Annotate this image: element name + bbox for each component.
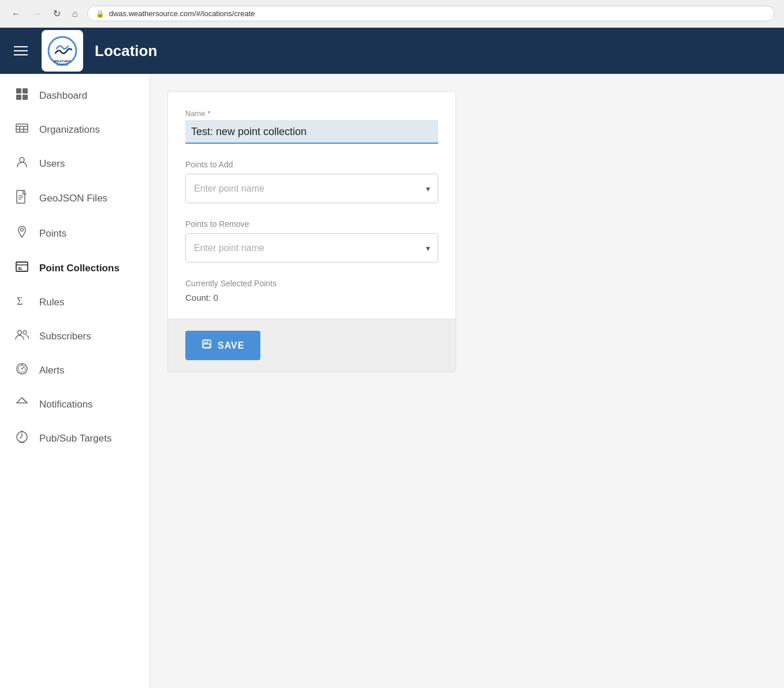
- forward-button[interactable]: →: [30, 6, 44, 21]
- point-collections-icon: [14, 260, 30, 276]
- sidebar-item-dashboard[interactable]: Dashboard: [0, 78, 150, 113]
- geojson-label: GeoJSON Files: [39, 193, 107, 204]
- svg-point-21: [18, 331, 22, 335]
- point-collections-label: Point Collections: [39, 263, 120, 274]
- svg-text:Σ: Σ: [17, 296, 23, 307]
- svg-point-12: [20, 158, 24, 162]
- organizations-label: Organizations: [39, 124, 100, 136]
- alerts-icon: [14, 362, 30, 378]
- rules-label: Rules: [39, 297, 64, 308]
- app-header: WEATHER SOURCE Location: [0, 28, 784, 74]
- svg-point-22: [23, 331, 27, 334]
- sidebar-item-subscribers[interactable]: Subscribers: [0, 319, 150, 353]
- points-to-add-group: Points to Add Enter point name ▾: [185, 160, 438, 203]
- name-label: Name *: [185, 109, 438, 118]
- sidebar-item-pub-sub[interactable]: Pub/Sub Targets: [0, 421, 150, 455]
- points-to-add-wrapper: Enter point name ▾: [185, 174, 438, 203]
- sidebar-item-geojson[interactable]: GeoJSON Files: [0, 181, 150, 216]
- geojson-icon: [14, 190, 30, 207]
- organizations-icon: [14, 122, 30, 137]
- svg-line-29: [22, 398, 27, 403]
- page-title: Location: [95, 42, 157, 60]
- save-button[interactable]: SAVE: [185, 331, 260, 360]
- users-label: Users: [39, 158, 65, 170]
- url-bar[interactable]: 🔒 dwas.weathersource.com/#/locations/cre…: [87, 6, 775, 21]
- sidebar-item-users[interactable]: Users: [0, 147, 150, 181]
- reload-button[interactable]: ↻: [51, 6, 63, 21]
- sidebar-item-alerts[interactable]: Alerts: [0, 353, 150, 387]
- svg-rect-3: [16, 88, 21, 94]
- name-field-group: Name *: [185, 109, 438, 144]
- currently-selected-group: Currently Selected Points Count: 0: [185, 279, 438, 302]
- dashboard-icon: [14, 88, 30, 103]
- svg-point-17: [21, 229, 24, 231]
- svg-rect-4: [23, 88, 28, 94]
- sidebar-item-points[interactable]: Points: [0, 216, 150, 251]
- sidebar-item-organizations[interactable]: Organizations: [0, 113, 150, 147]
- svg-point-27: [21, 368, 23, 369]
- currently-selected-label: Currently Selected Points: [185, 279, 438, 288]
- points-to-add-select[interactable]: Enter point name: [185, 174, 438, 203]
- points-to-add-label: Points to Add: [185, 160, 438, 169]
- sidebar: Dashboard Organizations: [0, 74, 150, 688]
- svg-rect-7: [16, 124, 28, 132]
- svg-rect-6: [23, 95, 28, 100]
- weather-source-logo: WEATHER SOURCE: [47, 36, 77, 66]
- dashboard-label: Dashboard: [39, 90, 87, 102]
- pub-sub-icon: [14, 431, 30, 446]
- points-to-remove-label: Points to Remove: [185, 219, 438, 229]
- points-to-remove-group: Points to Remove Enter point name ▾: [185, 219, 438, 263]
- count-display: Count: 0: [185, 293, 438, 302]
- svg-marker-28: [17, 398, 27, 403]
- notifications-icon: [14, 397, 30, 412]
- sidebar-item-notifications[interactable]: Notifications: [0, 387, 150, 421]
- save-label: SAVE: [218, 341, 244, 351]
- sidebar-item-rules[interactable]: Σ Rules: [0, 285, 150, 319]
- subscribers-label: Subscribers: [39, 331, 91, 342]
- rules-icon: Σ: [14, 294, 30, 310]
- notifications-label: Notifications: [39, 399, 93, 410]
- users-icon: [14, 156, 30, 171]
- svg-rect-18: [16, 262, 28, 271]
- svg-rect-5: [16, 95, 21, 100]
- points-icon: [14, 225, 30, 242]
- lock-icon: 🔒: [96, 10, 104, 18]
- alerts-label: Alerts: [39, 365, 64, 376]
- back-button[interactable]: ←: [9, 6, 23, 21]
- home-button[interactable]: ⌂: [70, 6, 80, 21]
- name-input[interactable]: [185, 120, 438, 144]
- main-layout: Dashboard Organizations: [0, 74, 784, 688]
- main-content: Name * Points to Add Enter point name ▾: [150, 74, 784, 688]
- pub-sub-label: Pub/Sub Targets: [39, 433, 111, 444]
- svg-rect-13: [17, 190, 25, 203]
- form-card: Name * Points to Add Enter point name ▾: [167, 91, 456, 372]
- logo: WEATHER SOURCE: [42, 30, 83, 72]
- url-text: dwas.weathersource.com/#/locations/creat…: [109, 9, 255, 18]
- subscribers-icon: [14, 328, 30, 344]
- required-indicator: *: [207, 109, 210, 118]
- hamburger-menu-button[interactable]: [12, 44, 30, 58]
- browser-chrome: ← → ↻ ⌂ 🔒 dwas.weathersource.com/#/locat…: [0, 0, 784, 28]
- app: WEATHER SOURCE Location Dashboard: [0, 28, 784, 688]
- points-to-remove-wrapper: Enter point name ▾: [185, 233, 438, 263]
- sidebar-item-point-collections[interactable]: Point Collections: [0, 251, 150, 285]
- svg-rect-33: [203, 344, 210, 347]
- points-label: Points: [39, 228, 66, 240]
- save-section: SAVE: [168, 319, 456, 372]
- save-icon: [201, 339, 212, 352]
- points-to-remove-select[interactable]: Enter point name: [185, 233, 438, 263]
- svg-text:SOURCE: SOURCE: [56, 63, 69, 66]
